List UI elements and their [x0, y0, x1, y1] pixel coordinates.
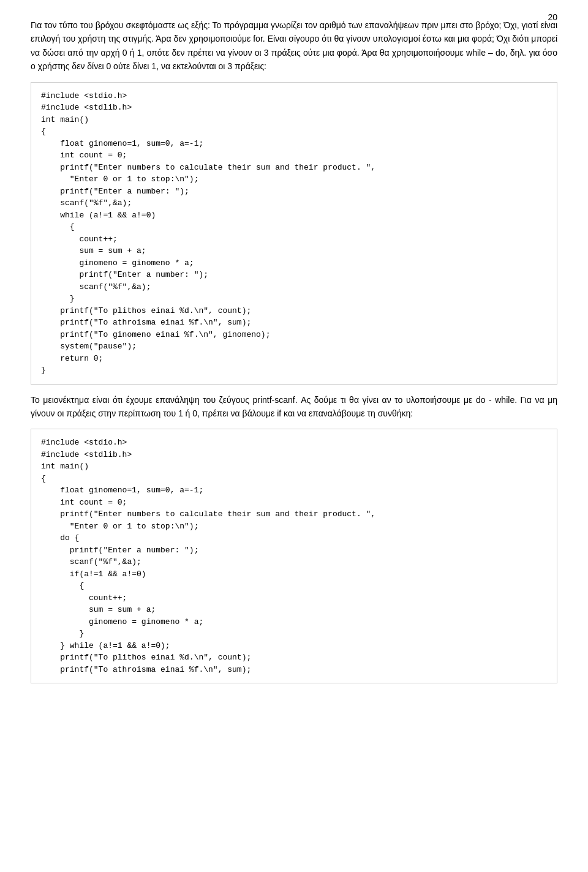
code-block-2: #include <stdio.h> #include <stdlib.h> i…: [31, 429, 557, 683]
intro-text: Για τον τύπο του βρόχου σκεφτόμαστε ως ε…: [31, 18, 557, 73]
middle-text: Το μειονέκτημα είναι ότι έχουμε επανάληψ…: [31, 393, 557, 421]
code-block-1: #include <stdio.h> #include <stdlib.h> i…: [31, 82, 557, 385]
page-number: 20: [548, 12, 557, 22]
